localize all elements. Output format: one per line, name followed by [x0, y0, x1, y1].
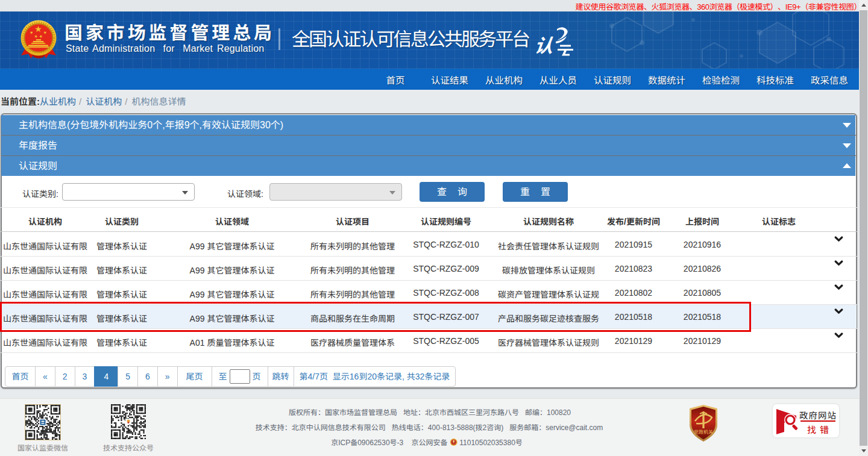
svg-text:认: 认 [536, 31, 555, 56]
svg-text:党政机关: 党政机关 [694, 428, 713, 435]
